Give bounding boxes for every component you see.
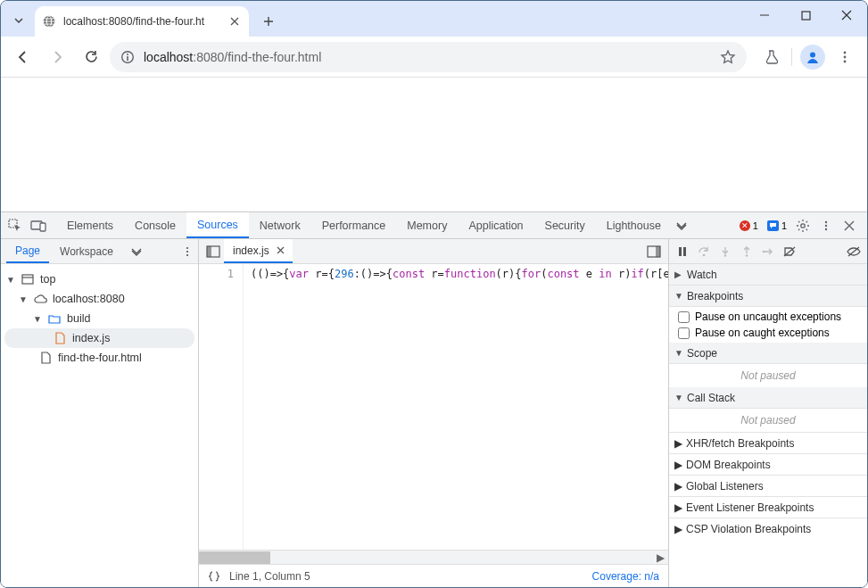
section-title: Call Stack [687,392,735,404]
xhr-breakpoints-header[interactable]: ▶XHR/fetch Breakpoints [669,432,867,453]
svg-point-30 [763,250,765,252]
message-badge[interactable]: 1 [764,220,790,231]
device-toolbar-icon[interactable] [28,215,49,236]
tree-label: build [67,312,90,325]
devtools-kebab-icon[interactable] [815,215,837,236]
watch-section-header[interactable]: ▶Watch [669,264,867,286]
navigator-tab-workspace[interactable]: Workspace [51,239,122,263]
deactivate-breakpoints-icon[interactable] [780,242,799,261]
breakpoints-section-header[interactable]: ▼Breakpoints [669,286,867,307]
line-number: 1 [199,268,234,280]
back-button[interactable] [8,42,38,72]
new-tab-button[interactable] [256,9,281,34]
tab-search-button[interactable] [6,8,31,33]
error-count: 1 [753,220,758,231]
error-icon: ✕ [740,220,750,231]
cloud-icon [33,292,47,306]
pause-uncaught-checkbox[interactable]: Pause on uncaught exceptions [674,309,862,325]
tab-performance[interactable]: Performance [311,212,397,238]
svg-rect-5 [127,56,128,61]
svg-point-29 [746,254,748,256]
tab-security[interactable]: Security [534,212,596,238]
labs-icon[interactable] [756,42,786,72]
navigator-more-icon[interactable] [128,247,145,256]
step-icon[interactable] [758,242,778,261]
checkbox-label: Pause on caught exceptions [695,327,830,339]
devtools-settings-icon[interactable] [792,215,814,236]
svg-point-13 [801,223,805,227]
page-viewport [1,78,867,211]
svg-rect-12 [40,223,45,231]
global-listeners-header[interactable]: ▶Global Listeners [669,475,867,496]
file-tree: ▼ top ▼ localhost:8080 ▼ build index.js [1,264,198,373]
toggle-navigator-icon[interactable] [203,241,224,262]
tree-label: top [40,273,55,286]
not-paused-label: Not paused [669,364,867,387]
editor-tab-indexjs[interactable]: index.js [224,239,293,263]
step-into-icon[interactable] [715,242,735,261]
site-info-icon[interactable] [120,50,135,64]
svg-point-27 [703,253,706,256]
callstack-section-header[interactable]: ▼Call Stack [669,387,867,409]
more-tabs-icon[interactable] [672,221,691,230]
profile-button[interactable] [798,42,828,72]
tab-network[interactable]: Network [249,212,311,238]
browser-tab[interactable]: localhost:8080/find-the-four.ht [35,6,249,37]
tree-label: find-the-four.html [58,352,142,364]
editor-tab-label: index.js [233,244,269,257]
reload-button[interactable] [76,42,106,72]
event-listener-breakpoints-header[interactable]: ▶Event Listener Breakpoints [669,496,867,518]
tab-elements[interactable]: Elements [56,212,124,238]
tab-lighthouse[interactable]: Lighthouse [596,212,672,238]
close-editor-tab-icon[interactable] [275,244,287,257]
hide-debugger-icon[interactable] [844,242,864,261]
address-bar[interactable]: localhost:8080/find-the-four.html [110,42,747,72]
tree-top[interactable]: ▼ top [1,269,198,289]
bookmark-star-icon[interactable] [720,49,736,65]
scrollbar-thumb[interactable] [199,551,270,564]
sources-navigator: Page Workspace ▼ top ▼ localhos [1,239,199,587]
tree-file-indexjs[interactable]: index.js [4,328,194,348]
tree-label: localhost:8080 [53,293,125,305]
pause-caught-checkbox[interactable]: Pause on caught exceptions [674,325,862,341]
minimize-button[interactable] [744,1,785,29]
pretty-print-icon[interactable] [208,570,220,583]
scroll-right-icon[interactable]: ▶ [654,551,666,565]
step-out-icon[interactable] [737,242,756,261]
close-tab-icon[interactable] [227,14,242,29]
step-over-icon[interactable] [694,242,714,261]
devtools-tabbar: Elements Console Sources Network Perform… [1,212,867,239]
scope-section-header[interactable]: ▼Scope [669,343,867,364]
navigator-kebab-icon[interactable] [177,246,198,257]
devtools-close-icon[interactable] [839,215,860,236]
chrome-menu-button[interactable] [830,42,860,72]
tree-folder[interactable]: ▼ build [1,309,198,328]
coverage-link[interactable]: Coverage: n/a [592,570,659,583]
dom-breakpoints-header[interactable]: ▶DOM Breakpoints [669,453,867,475]
toggle-debugger-icon[interactable] [643,241,665,262]
line-gutter[interactable]: 1 [199,264,244,550]
avatar-icon [800,45,825,70]
checkbox-input[interactable] [678,311,690,323]
csp-breakpoints-header[interactable]: ▶CSP Violation Breakpoints [669,518,867,539]
navigator-tab-page[interactable]: Page [6,239,49,263]
window-controls [744,1,867,29]
error-badge[interactable]: ✕ 1 [736,220,762,231]
tree-file-html[interactable]: find-the-four.html [1,348,198,368]
html-file-icon [38,351,53,365]
horizontal-scrollbar[interactable]: ▶ [199,550,668,564]
tab-memory[interactable]: Memory [396,212,458,238]
tab-sources[interactable]: Sources [186,212,249,238]
tree-origin[interactable]: ▼ localhost:8080 [1,289,198,309]
close-window-button[interactable] [826,1,867,29]
pause-icon[interactable] [673,242,692,261]
maximize-button[interactable] [785,1,826,29]
inspect-element-icon[interactable] [4,215,26,236]
tab-application[interactable]: Application [458,212,533,238]
code-content[interactable]: (()=>{var r={296:()=>{const r=function(r… [244,264,668,550]
svg-point-16 [825,228,827,229]
tab-console[interactable]: Console [124,212,186,238]
forward-button[interactable] [42,42,72,72]
svg-point-7 [844,51,847,54]
checkbox-input[interactable] [678,327,690,339]
